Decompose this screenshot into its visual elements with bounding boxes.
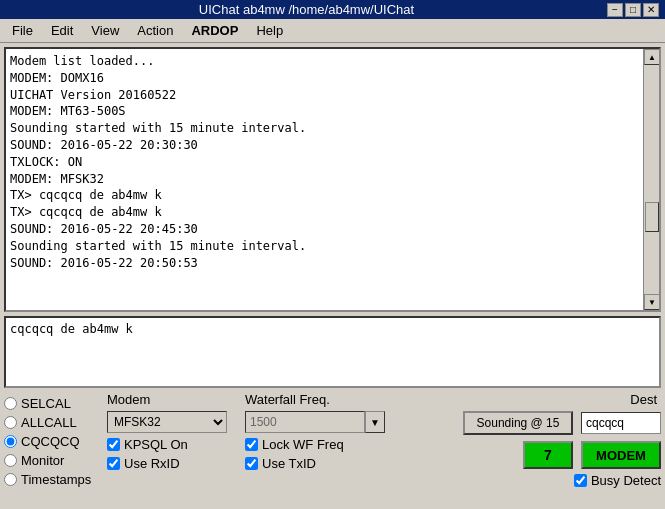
- log-line: TXLOCK: ON: [10, 154, 639, 171]
- log-line: TX> cqcqcq de ab4mw k: [10, 187, 639, 204]
- menu-action[interactable]: Action: [129, 21, 181, 40]
- num-button[interactable]: 7: [523, 441, 573, 469]
- log-line: SOUND: 2016-05-22 20:45:30: [10, 221, 639, 238]
- sounding-button[interactable]: Sounding @ 15: [463, 411, 573, 435]
- log-line: TX> cqcqcq de ab4mw k: [10, 204, 639, 221]
- title-bar-buttons: − □ ✕: [607, 3, 659, 17]
- window-title: UIChat ab4mw /home/ab4mw/UIChat: [6, 2, 607, 17]
- log-line: SOUND: 2016-05-22 20:30:30: [10, 137, 639, 154]
- maximize-button[interactable]: □: [625, 3, 641, 17]
- controls-row: SELCAL ALLCALL CQCQCQ Monitor Timestamps…: [4, 392, 661, 502]
- input-area[interactable]: cqcqcq de ab4mw k: [4, 316, 661, 388]
- scroll-track[interactable]: [644, 65, 659, 294]
- modem-label: Modem: [107, 392, 237, 407]
- dest-input[interactable]: cqcqcq: [581, 412, 661, 434]
- input-text: cqcqcq de ab4mw k: [10, 322, 655, 336]
- log-line: UICHAT Version 20160522: [10, 87, 639, 104]
- log-line: Modem list loaded...: [10, 53, 639, 70]
- radio-monitor[interactable]: Monitor: [4, 453, 99, 468]
- radio-selcal[interactable]: SELCAL: [4, 396, 99, 411]
- scroll-down-button[interactable]: ▼: [644, 294, 660, 310]
- busy-detect-checkbox[interactable]: Busy Detect: [574, 473, 661, 488]
- log-line: Sounding started with 15 minute interval…: [10, 238, 639, 255]
- waterfall-label: Waterfall Freq.: [245, 392, 385, 407]
- scrollbar[interactable]: ▲ ▼: [643, 49, 659, 310]
- wf-input-row: ▼: [245, 411, 385, 433]
- modem-dropdown-row: MFSK32 MT63-500S DOMX16: [107, 411, 237, 433]
- log-line: MODEM: MFSK32: [10, 171, 639, 188]
- menu-bar: File Edit View Action ARDOP Help: [0, 19, 665, 43]
- menu-file[interactable]: File: [4, 21, 41, 40]
- log-line: Sounding started with 15 minute interval…: [10, 120, 639, 137]
- radio-group: SELCAL ALLCALL CQCQCQ Monitor Timestamps: [4, 392, 99, 487]
- menu-help[interactable]: Help: [248, 21, 291, 40]
- menu-ardop[interactable]: ARDOP: [183, 21, 246, 40]
- title-bar: UIChat ab4mw /home/ab4mw/UIChat − □ ✕: [0, 0, 665, 19]
- waterfall-dropdown-button[interactable]: ▼: [365, 411, 385, 433]
- scroll-thumb[interactable]: [645, 202, 659, 232]
- menu-view[interactable]: View: [83, 21, 127, 40]
- kpsql-checkbox[interactable]: KPSQL On: [107, 437, 237, 452]
- log-line: MODEM: DOMX16: [10, 70, 639, 87]
- log-text: Modem list loaded... MODEM: DOMX16 UICHA…: [6, 49, 643, 310]
- txid-checkbox[interactable]: Use TxID: [245, 456, 385, 471]
- menu-edit[interactable]: Edit: [43, 21, 81, 40]
- modem-action-button[interactable]: MODEM: [581, 441, 661, 469]
- dest-label: Dest: [630, 392, 661, 407]
- scroll-up-button[interactable]: ▲: [644, 49, 660, 65]
- rxid-checkbox[interactable]: Use RxID: [107, 456, 237, 471]
- log-area: Modem list loaded... MODEM: DOMX16 UICHA…: [4, 47, 661, 312]
- right-section: Dest Sounding @ 15 cqcqcq 7 MODEM Busy D…: [393, 392, 661, 488]
- lock-wf-checkbox[interactable]: Lock WF Freq: [245, 437, 385, 452]
- radio-timestamps[interactable]: Timestamps: [4, 472, 99, 487]
- log-line: MODEM: MT63-500S: [10, 103, 639, 120]
- radio-cqcqcq[interactable]: CQCQCQ: [4, 434, 99, 449]
- waterfall-section: Waterfall Freq. ▼ Lock WF Freq Use TxID: [245, 392, 385, 471]
- modem-select[interactable]: MFSK32 MT63-500S DOMX16: [107, 411, 227, 433]
- main-content: Modem list loaded... MODEM: DOMX16 UICHA…: [0, 43, 665, 506]
- waterfall-freq-input[interactable]: [245, 411, 365, 433]
- modem-section: Modem MFSK32 MT63-500S DOMX16 KPSQL On U…: [107, 392, 237, 471]
- close-button[interactable]: ✕: [643, 3, 659, 17]
- log-line: SOUND: 2016-05-22 20:50:53: [10, 255, 639, 272]
- radio-allcall[interactable]: ALLCALL: [4, 415, 99, 430]
- minimize-button[interactable]: −: [607, 3, 623, 17]
- green-btn-row: 7 MODEM: [523, 441, 661, 469]
